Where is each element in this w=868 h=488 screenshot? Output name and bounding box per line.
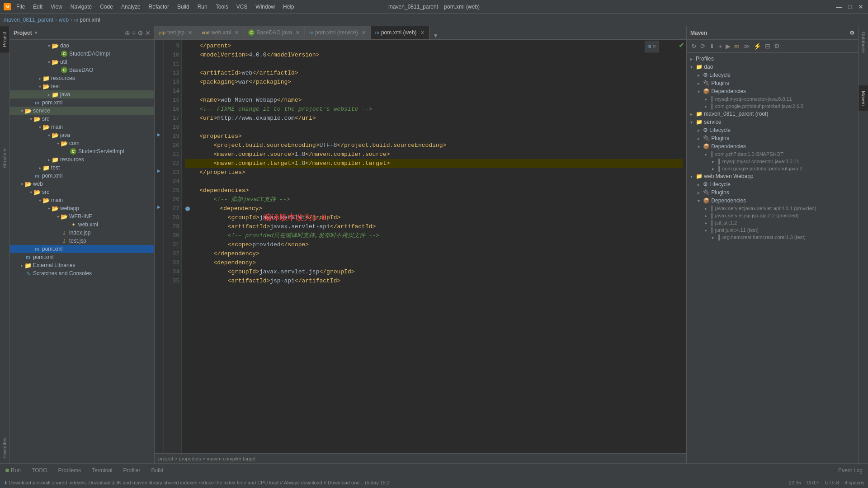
statusbar-indent[interactable]: 4 spaces bbox=[844, 480, 864, 485]
maven-item-_web_Maven_Webapp[interactable]: ▾📁 web Maven Webapp bbox=[687, 172, 858, 180]
maven-item-_Dependencies[interactable]: ▾📦 Dependencies bbox=[687, 197, 858, 205]
menu-item-help[interactable]: Help bbox=[279, 3, 298, 11]
maven-item-_Plugins[interactable]: ▸🔌 Plugins bbox=[687, 188, 858, 197]
tree-item-resources[interactable]: ▸📁resources bbox=[10, 155, 154, 164]
tree-item-dao[interactable]: ▾📂dao bbox=[10, 42, 154, 50]
maven-item-_mysqlmysql-connector-java8011[interactable]: ▸║ mysql:mysql-connector-java:8.0.11 bbox=[687, 95, 858, 103]
breadcrumb-root[interactable]: maven_0811_parent bbox=[4, 17, 53, 23]
tab-close-test-jsp[interactable]: ✕ bbox=[188, 30, 192, 36]
expand-all-icon[interactable]: ⊕ bbox=[125, 29, 130, 37]
menu-item-tools[interactable]: Tools bbox=[212, 3, 232, 11]
tree-item-service[interactable]: ▾📂service bbox=[10, 107, 154, 115]
maven-run-icon[interactable]: ▶ bbox=[725, 42, 731, 51]
tree-item-web[interactable]: ▾📂web bbox=[10, 180, 154, 188]
maven-item-_Dependencies[interactable]: ▾📦 Dependencies bbox=[687, 87, 858, 95]
tree-item-StudentDAOImpl[interactable]: CStudentDAOImpl bbox=[10, 50, 154, 58]
sidebar-tab-favorites[interactable]: Favorites bbox=[0, 432, 9, 463]
right-tab-database[interactable]: Database bbox=[859, 26, 868, 58]
maximize-button[interactable]: □ bbox=[846, 3, 854, 10]
maven-item-_javaxservletjspjsp-api22_provided[interactable]: ▸║ javax.servlet.jsp:jsp-api:2.2 (provid… bbox=[687, 212, 858, 219]
project-header-controls[interactable]: ⊕ ≡ ⚙ ✕ bbox=[125, 29, 151, 37]
maven-item-_Plugins[interactable]: ▸🔌 Plugins bbox=[687, 134, 858, 142]
tab-pom-service[interactable]: m pom.xml (service) ✕ bbox=[305, 26, 371, 39]
tree-item-External_Libraries[interactable]: ▸📁External Libraries bbox=[10, 261, 154, 269]
maven-settings2-icon[interactable]: ⚙ bbox=[773, 42, 781, 51]
bottom-tab-build[interactable]: Build bbox=[146, 465, 169, 475]
menu-item-vcs[interactable]: VCS bbox=[233, 3, 251, 11]
tab-web-xml[interactable]: xml web.xml ✕ bbox=[197, 26, 244, 39]
menu-item-navigate[interactable]: Navigate bbox=[67, 3, 95, 11]
maven-item-Profiles[interactable]: ▸Profiles bbox=[687, 55, 858, 63]
tab-close-web-xml[interactable]: ✕ bbox=[235, 30, 239, 36]
right-tab-maven[interactable]: Maven bbox=[859, 85, 868, 111]
maven-item-_comgoogleprotobufprotobuf-java260[interactable]: ▸║ com.google.protobuf:protobuf-java:2.6… bbox=[687, 103, 858, 110]
bottom-tab-eventlog[interactable]: Event Log bbox=[833, 465, 868, 475]
tree-item-main[interactable]: ▾📂main bbox=[10, 123, 154, 131]
maven-item-_Lifecycle[interactable]: ▸⚙ Lifecycle bbox=[687, 180, 858, 188]
tab-close-pom-web[interactable]: ✕ bbox=[420, 30, 425, 36]
tree-item-src[interactable]: ▾📂src bbox=[10, 115, 154, 123]
menu-item-refactor[interactable]: Refactor bbox=[145, 3, 173, 11]
maven-item-_Lifecycle[interactable]: ▸⚙ Lifecycle bbox=[687, 71, 858, 79]
maven-add-icon[interactable]: + bbox=[717, 42, 723, 51]
menu-item-edit[interactable]: Edit bbox=[29, 3, 46, 11]
maven-popup-close[interactable]: ✕ bbox=[653, 42, 656, 51]
bottom-tab-run[interactable]: Run bbox=[0, 465, 26, 475]
tabs-dropdown[interactable]: ▼ bbox=[431, 33, 440, 39]
maven-item-_service[interactable]: ▾📁 service bbox=[687, 118, 858, 126]
code-area[interactable]: ✔ m ✕ 编译版本改为1.8 </parent> <modelVersion>… bbox=[182, 40, 686, 453]
tree-item-resources[interactable]: ▸📁resources bbox=[10, 74, 154, 82]
menu-item-build[interactable]: Build bbox=[174, 3, 193, 11]
maven-refresh-icon[interactable]: ↻ bbox=[690, 42, 698, 51]
maven-item-_javaxservletjavaxservlet-api401_provided[interactable]: ▸║ javax.servlet:javax.servlet-api:4.0.1… bbox=[687, 205, 858, 212]
menu-item-file[interactable]: File bbox=[13, 3, 28, 11]
bottom-tab-terminal[interactable]: Terminal bbox=[86, 465, 118, 475]
close-panel-icon[interactable]: ✕ bbox=[145, 29, 151, 37]
bottom-tab-profiler[interactable]: Profiler bbox=[118, 465, 146, 475]
statusbar-crlf[interactable]: CRLF bbox=[807, 480, 820, 485]
sidebar-tab-project[interactable]: Project bbox=[0, 26, 9, 52]
tree-item-java[interactable]: ▾📂java bbox=[10, 131, 154, 139]
maven-item-_Plugins[interactable]: ▸🔌 Plugins bbox=[687, 79, 858, 87]
tree-item-test[interactable]: ▸📁test bbox=[10, 164, 154, 172]
maven-item-_comgoogleprotobufprotobuf-java2[interactable]: ▸║ com.google.protobuf:protobuf-java:2. bbox=[687, 165, 858, 172]
tree-item-WEB-INF[interactable]: ▾📂WEB-INF bbox=[10, 212, 154, 221]
maven-reimport-icon[interactable]: ⟳ bbox=[699, 42, 707, 51]
maven-item-_jstljstl12[interactable]: ▸║ jstl:jstl:1.2 bbox=[687, 219, 858, 226]
maven-item-_comyzh7dao10-SNAPSHOT[interactable]: ▸║ com.yzh7:dao:1.0-SNAPSHOT bbox=[687, 150, 858, 158]
maven-download-icon[interactable]: ⬇ bbox=[708, 42, 716, 51]
maven-item-_orghamcresthamcrest-core13_test[interactable]: ▸║ org.hamcrest:hamcrest-core:1.3 (test) bbox=[687, 234, 858, 241]
collapse-all-icon[interactable]: ≡ bbox=[132, 29, 136, 37]
bottom-tab-problems[interactable]: Problems bbox=[52, 465, 86, 475]
tree-item-BaseDAO[interactable]: CBaseDAO bbox=[10, 66, 154, 74]
tab-pom-web[interactable]: m pom.xml (web) ✕ bbox=[371, 26, 429, 39]
tab-basedao-java[interactable]: C BaseDAO.java ✕ bbox=[244, 26, 305, 39]
tree-item-com[interactable]: ▾📂com bbox=[10, 139, 154, 147]
menu-item-view[interactable]: View bbox=[47, 3, 66, 11]
titlebar-controls[interactable]: — □ ✕ bbox=[835, 3, 864, 10]
tab-test-jsp[interactable]: jsp test.jsp ✕ bbox=[155, 26, 197, 39]
maven-item-_maven_0811_parent_root[interactable]: ▸📁 maven_0811_parent (root) bbox=[687, 110, 858, 118]
menu-item-window[interactable]: Window bbox=[252, 3, 278, 11]
maven-toolbar[interactable]: ↻ ⟳ ⬇ + ▶ m ≫ ⚡ ⊟ ⚙ bbox=[687, 40, 858, 53]
breadcrumb-web[interactable]: web bbox=[59, 17, 69, 23]
tree-item-web.xml[interactable]: ✦web.xml bbox=[10, 221, 154, 229]
tree-item-util[interactable]: ▾📂util bbox=[10, 58, 154, 66]
tab-close-basedao[interactable]: ✕ bbox=[296, 30, 300, 36]
tree-item-test.jsp[interactable]: Jtest.jsp bbox=[10, 237, 154, 245]
tree-item-Scratches_and_Consoles[interactable]: ✎Scratches and Consoles bbox=[10, 269, 154, 277]
minimize-button[interactable]: — bbox=[835, 3, 843, 10]
tree-item-src[interactable]: ▾📂src bbox=[10, 188, 154, 196]
maven-m-icon[interactable]: m bbox=[733, 42, 741, 51]
settings-icon[interactable]: ⚙ bbox=[137, 29, 143, 37]
tree-item-index.jsp[interactable]: Jindex.jsp bbox=[10, 229, 154, 237]
tree-item-pom.xml[interactable]: mpom.xml bbox=[10, 172, 154, 180]
close-button[interactable]: ✕ bbox=[857, 3, 864, 10]
tab-close-pom-service[interactable]: ✕ bbox=[362, 30, 366, 36]
tree-item-StudentServletImpl[interactable]: CStudentServletImpl bbox=[10, 147, 154, 155]
maven-item-_junitjunit411_test[interactable]: ▸║ junit:junit:4.11 (test) bbox=[687, 226, 858, 234]
maven-settings-icon[interactable]: ⚙ bbox=[849, 30, 854, 36]
tree-item-main[interactable]: ▾📂main bbox=[10, 196, 154, 204]
maven-item-_mysqlmysql-connector-java8011[interactable]: ▸║ mysql:mysql-connector-java:8.0.11 bbox=[687, 158, 858, 165]
sidebar-tab-structure[interactable]: Structure bbox=[0, 143, 9, 174]
